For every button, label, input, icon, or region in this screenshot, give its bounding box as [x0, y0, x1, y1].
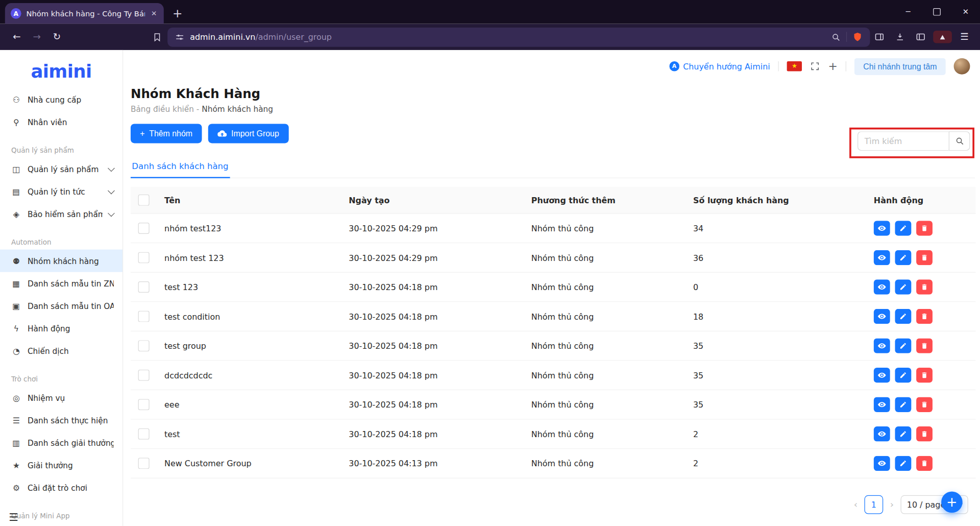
search-icon[interactable] [831, 32, 841, 41]
view-button[interactable] [874, 368, 890, 382]
cell-created-date: 30-10-2025 04:18 pm [341, 400, 524, 409]
sidebar-item[interactable]: ▦ Danh sách mẫu tin ZNS [0, 272, 122, 295]
sidebar-item[interactable]: ◫ Quản lý sản phẩm [0, 158, 122, 180]
aimini-logo[interactable]: aimini [0, 50, 122, 88]
pagination-next[interactable]: › [888, 499, 896, 510]
delete-button[interactable] [916, 309, 933, 324]
view-button[interactable] [874, 426, 890, 441]
row-checkbox[interactable] [138, 340, 150, 351]
language-flag-vn[interactable]: ★ [787, 61, 802, 71]
row-checkbox[interactable] [138, 399, 150, 410]
reading-list-icon[interactable] [913, 28, 929, 46]
close-button[interactable]: ✕ [951, 0, 980, 24]
edit-button[interactable] [895, 250, 911, 265]
sidebar-item[interactable]: ▣ Danh sách mẫu tin OA [0, 295, 122, 317]
brave-shield-icon[interactable] [852, 32, 863, 42]
delete-button[interactable] [916, 279, 933, 294]
sidebar-item[interactable]: ▤ Quản lý tin tức [0, 180, 122, 203]
sidebar-item[interactable]: ★ Giải thưởng [0, 454, 122, 476]
view-button[interactable] [874, 250, 890, 265]
new-tab-button[interactable]: + [173, 8, 182, 19]
menu-icon[interactable]: ☰ [956, 28, 972, 46]
sidebar-item-icon: ◔ [11, 346, 21, 355]
row-checkbox[interactable] [138, 281, 150, 293]
edit-button[interactable] [895, 368, 911, 382]
sidebar-item[interactable]: ◈ Bảo hiểm sản phẩm [0, 203, 122, 225]
delete-button[interactable] [916, 456, 933, 471]
tab-customer-list[interactable]: Danh sách khách hàng [131, 161, 230, 178]
tab-close-icon[interactable]: ✕ [150, 8, 158, 19]
breadcrumb-home[interactable]: Bảng điều khiển [131, 104, 194, 113]
table-row: test 123 30-10-2025 04:18 pm Nhóm thủ cô… [131, 273, 976, 302]
minimize-button[interactable]: ─ [894, 0, 922, 24]
view-button[interactable] [874, 221, 890, 235]
cell-customer-count: 2 [685, 459, 866, 468]
edit-button[interactable] [895, 426, 911, 441]
edit-button[interactable] [895, 221, 911, 235]
header-add-button[interactable]: + [828, 61, 838, 72]
sidebar-item[interactable]: ▥ Danh sách giải thưởng [0, 432, 122, 454]
delete-button[interactable] [916, 397, 933, 412]
redirect-aimini-link[interactable]: A Chuyển hướng Aimini [669, 61, 770, 71]
brave-rewards-button[interactable] [933, 31, 952, 43]
delete-button[interactable] [916, 368, 933, 382]
sidebar-item[interactable]: ⚉ Nhóm khách hàng [0, 250, 122, 272]
sidebar-section-label: Automation [0, 225, 122, 250]
floating-add-button[interactable]: + [941, 491, 963, 513]
row-checkbox[interactable] [138, 223, 150, 234]
row-checkbox[interactable] [138, 428, 150, 440]
edit-button[interactable] [895, 338, 911, 353]
sidebar-item[interactable]: ◔ Chiến dịch [0, 340, 122, 362]
sidebar-item-label: Quản lý sản phẩm [28, 164, 99, 173]
branch-button[interactable]: Chi nhánh trung tâm [854, 58, 946, 75]
wallet-panel-icon[interactable] [871, 28, 888, 46]
breadcrumb-separator: - [197, 104, 200, 113]
fullscreen-icon[interactable] [810, 61, 820, 71]
row-checkbox[interactable] [138, 252, 150, 263]
site-settings-icon[interactable] [175, 32, 184, 41]
sidebar-item[interactable]: ☰ Danh sách thực hiện [0, 409, 122, 432]
row-checkbox[interactable] [138, 370, 150, 381]
sidebar-collapse-button[interactable]: ☰ [9, 511, 18, 523]
avatar[interactable] [954, 58, 970, 75]
sidebar-item[interactable]: ⚙ Cài đặt trò chơi [0, 476, 122, 499]
trash-icon [921, 225, 928, 232]
delete-button[interactable] [916, 250, 933, 265]
sidebar-item[interactable]: ⚲ Nhân viên [0, 111, 122, 133]
select-all-checkbox[interactable] [138, 195, 150, 206]
search-button[interactable] [949, 131, 970, 151]
row-checkbox[interactable] [138, 458, 150, 469]
browser-tab[interactable]: A Nhóm khách hàng - Công Ty Bán ✕ [5, 3, 164, 23]
delete-button[interactable] [916, 426, 933, 441]
edit-button[interactable] [895, 456, 911, 471]
bookmark-icon[interactable] [148, 28, 166, 46]
add-group-button[interactable]: + Thêm nhóm [131, 124, 202, 143]
delete-button[interactable] [916, 221, 933, 235]
search-input[interactable] [857, 131, 949, 151]
url-bar[interactable]: admin.aimini.vn/admin/user_group [167, 27, 870, 46]
view-button[interactable] [874, 338, 890, 353]
maximize-button[interactable] [922, 0, 951, 24]
sidebar-item-label: Danh sách giải thưởng [28, 438, 114, 447]
pencil-icon [899, 430, 907, 438]
view-button[interactable] [874, 309, 890, 324]
download-icon[interactable] [892, 28, 908, 46]
pagination-page-1[interactable]: 1 [864, 495, 883, 514]
forward-button[interactable]: → [28, 28, 46, 46]
sidebar-item[interactable]: ϟ Hành động [0, 317, 122, 340]
edit-button[interactable] [895, 309, 911, 324]
reload-button[interactable]: ↻ [47, 28, 66, 46]
import-group-button[interactable]: Import Group [208, 124, 288, 143]
cell-created-date: 30-10-2025 04:13 pm [341, 459, 524, 468]
pagination-prev[interactable]: ‹ [852, 499, 860, 510]
view-button[interactable] [874, 456, 890, 471]
view-button[interactable] [874, 397, 890, 412]
sidebar-item[interactable]: ◎ Nhiệm vụ [0, 387, 122, 409]
edit-button[interactable] [895, 279, 911, 294]
back-button[interactable]: ← [8, 28, 27, 46]
delete-button[interactable] [916, 338, 933, 353]
view-button[interactable] [874, 279, 890, 294]
sidebar-item[interactable]: ⚇ Nhà cung cấp [0, 88, 122, 111]
row-checkbox[interactable] [138, 311, 150, 322]
edit-button[interactable] [895, 397, 911, 412]
